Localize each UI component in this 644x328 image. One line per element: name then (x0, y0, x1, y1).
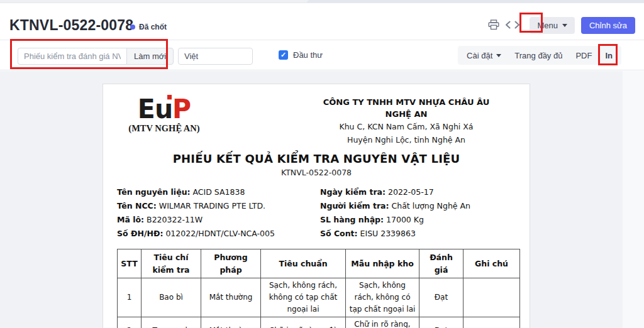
cell-evaluation: Đạt (419, 317, 464, 328)
field-container-number: Số Cont: EISU 2339863 (320, 228, 516, 242)
field-label: Số Cont: (320, 229, 358, 238)
cell-method: Mắt thường (201, 317, 261, 328)
status-dot-icon (130, 25, 135, 30)
chevron-left-icon (505, 21, 511, 31)
cell-note (464, 317, 520, 328)
field-label: Mã lô: (117, 215, 144, 224)
print-in-button[interactable]: In (605, 51, 613, 60)
company-name-line1: CÔNG TY TNHH MTV NHỰA CHÂU ÂU (297, 96, 516, 108)
cell-note (464, 278, 520, 317)
template-input[interactable] (18, 48, 126, 65)
col-header-note: Ghi chú (464, 249, 520, 278)
field-label: Ngày kiểm tra: (320, 187, 386, 197)
letterhead-checkbox-wrap[interactable]: ✓ Đầu thư (279, 50, 323, 60)
table-row: 1 Bao bì Mắt thường Sạch, không rách, kh… (118, 278, 520, 317)
table-row: 2 Tem mark Mắt thường Chữ in rõ ràng, đủ… (118, 317, 520, 328)
company-info: CÔNG TY TNHH MTV NHỰA CHÂU ÂU NGHỆ AN Kh… (297, 94, 516, 146)
status-badge: Đã chốt (130, 23, 167, 31)
col-header-criteria: Tiêu chí kiểm tra (142, 249, 201, 278)
prev-record-button[interactable] (503, 19, 513, 32)
cell-stt: 1 (118, 278, 142, 317)
cell-sample: Sạch, không rách, không có tạp chất ngoạ… (346, 278, 419, 317)
field-material-name: Tên nguyên liệu: ACID SA1838 (117, 187, 320, 200)
print-toolbar: Làm mới ✓ Đầu thư Cài đặt Trang đầy đủ P… (0, 40, 644, 70)
company-address-line2: Huyện Nghi Lộc, tỉnh Nghệ An (297, 133, 516, 146)
field-label: Tên nguyên liệu: (117, 187, 191, 197)
cell-standard: Chữ in rõ ràng, đủ (261, 317, 346, 328)
letterhead-label: Đầu thư (293, 50, 323, 60)
app-window: KTNVL-0522-0078 Đã chốt (0, 0, 644, 328)
field-value: EISU 2339863 (360, 229, 416, 238)
field-value: 17000 Kg (386, 215, 424, 224)
col-header-sample: Mẫu nhập kho (346, 249, 419, 278)
toolbar-right-group: Cài đặt Trang đầy đủ PDF In (458, 46, 621, 65)
menu-button[interactable]: Menu (530, 17, 575, 34)
col-header-method: Phương pháp (201, 249, 261, 278)
language-input[interactable] (178, 48, 253, 65)
col-header-standard: Tiêu chuẩn (261, 249, 346, 278)
page-title: KTNVL-0522-0078 (9, 17, 133, 34)
field-import-quantity: SL hàng nhập: 17000 Kg (320, 214, 516, 228)
document-header: EuP (MTV NGHỆ AN) CÔNG TY TNHH MTV NHỰA … (117, 94, 516, 146)
document-paper: EuP (MTV NGHỆ AN) CÔNG TY TNHH MTV NHỰA … (103, 84, 530, 328)
field-value: B220322-11W (147, 215, 203, 224)
status-label: Đã chốt (139, 23, 167, 31)
fields-left-column: Tên nguyên liệu: ACID SA1838 Tên NCC: WI… (117, 187, 320, 242)
header-actions: Menu Chỉnh sửa (484, 17, 635, 34)
col-header-evaluation: Đánh giá (419, 249, 464, 278)
settings-button-label: Cài đặt (467, 51, 492, 60)
field-value: ACID SA1838 (193, 187, 245, 197)
field-value: 012022/HDNT/CLV-NCA-005 (165, 229, 275, 238)
cell-evaluation: Đạt (419, 278, 464, 317)
field-inspector: Người kiểm tra: Chất lượng Nghệ An (320, 200, 516, 214)
cell-method: Mắt thường (201, 278, 261, 317)
field-label: Số ĐH/HĐ: (117, 229, 163, 238)
cell-criteria: Bao bì (142, 278, 201, 317)
cell-standard: Sạch, không rách, không có tạp chất ngoạ… (261, 278, 346, 317)
document-code: KTNVL-0522-0078 (117, 168, 516, 177)
field-value: 2022-05-17 (388, 187, 434, 197)
letterhead-checkbox[interactable]: ✓ (279, 50, 288, 60)
logo-letter-u: u (155, 93, 172, 124)
print-button[interactable] (484, 17, 503, 35)
settings-button[interactable]: Cài đặt (467, 51, 501, 60)
company-name-line2: NGHỆ AN (297, 108, 516, 120)
field-label: Người kiểm tra: (320, 201, 389, 210)
cell-sample: Chữ in rõ ràng, đủ (346, 317, 419, 328)
company-logo: EuP (MTV NGHỆ AN) (117, 94, 211, 134)
field-value: Chất lượng Nghệ An (392, 201, 470, 210)
next-record-button[interactable] (513, 19, 522, 32)
cell-stt: 2 (118, 317, 142, 328)
check-icon: ✓ (280, 51, 286, 58)
company-address-line1: Khu C, KCN Nam Cấm, Xã Nghi Xá (297, 120, 516, 133)
preview-right-gutter (623, 71, 644, 328)
page-header: KTNVL-0522-0078 Đã chốt (0, 4, 644, 40)
caret-down-icon (562, 24, 567, 27)
chevron-right-icon (514, 21, 520, 31)
browser-edge-strip-right (307, 0, 644, 3)
pdf-button[interactable]: PDF (575, 51, 592, 60)
field-inspection-date: Ngày kiểm tra: 2022-05-17 (320, 187, 516, 200)
menu-button-label: Menu (537, 21, 558, 30)
field-supplier: Tên NCC: WILMAR TRADING PTE LTD. (117, 200, 320, 214)
field-label: Tên NCC: (117, 201, 157, 210)
template-input-group: Làm mới (18, 48, 174, 65)
refresh-button[interactable]: Làm mới (126, 48, 174, 65)
document-title: PHIẾU KẾT QUẢ KIỂM TRA NGUYÊN VẬT LIỆU (117, 152, 516, 165)
field-lot-code: Mã lô: B220322-11W (117, 214, 320, 228)
fields-right-column: Ngày kiểm tra: 2022-05-17 Người kiểm tra… (320, 187, 516, 242)
edit-button[interactable]: Chỉnh sửa (581, 17, 635, 34)
inspection-table: STT Tiêu chí kiểm tra Phương pháp Tiêu c… (117, 249, 520, 328)
caret-down-icon (496, 54, 501, 57)
logo-letter-p: P (172, 93, 191, 124)
logo-letter-e: E (138, 93, 155, 124)
logo-subtitle: (MTV NGHỆ AN) (117, 123, 211, 134)
cell-criteria: Tem mark (142, 317, 201, 328)
document-preview-area: EuP (MTV NGHỆ AN) CÔNG TY TNHH MTV NHỰA … (0, 71, 644, 328)
table-header-row: STT Tiêu chí kiểm tra Phương pháp Tiêu c… (118, 249, 520, 278)
field-order-number: Số ĐH/HĐ: 012022/HDNT/CLV-NCA-005 (117, 228, 320, 242)
eup-logo: EuP (117, 96, 211, 122)
field-label: SL hàng nhập: (320, 215, 384, 224)
full-page-button[interactable]: Trang đầy đủ (514, 51, 562, 60)
document-fields: Tên nguyên liệu: ACID SA1838 Tên NCC: WI… (117, 187, 516, 242)
